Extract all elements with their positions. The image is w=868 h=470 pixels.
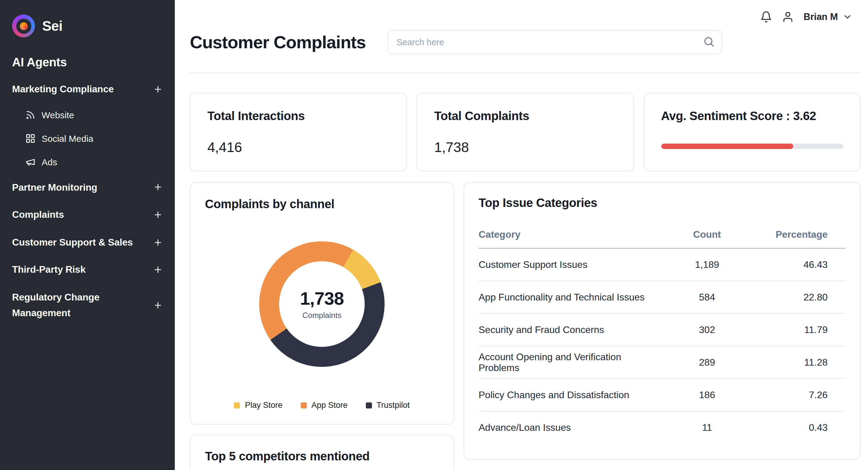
- sidebar-item-label: Third-Party Risk: [12, 262, 86, 277]
- cell-category: App Functionality and Technical Issues: [478, 292, 665, 302]
- legend-item-app-store: App Store: [301, 401, 347, 410]
- plus-icon[interactable]: [153, 265, 163, 274]
- stat-value: 4,416: [207, 139, 390, 156]
- sidebar-item-complaints[interactable]: Complaints: [12, 201, 163, 228]
- marketing-compliance-subnav: Website Social Media Ads: [12, 103, 163, 173]
- main-content: Brian M Customer Complaints Total Intera…: [175, 0, 868, 470]
- stats-row: Total Interactions 4,416 Total Complaint…: [190, 93, 861, 171]
- sidebar-item-label: Social Media: [41, 133, 93, 143]
- cell-percentage: 11.28: [749, 357, 846, 368]
- cell-category: Account Opening and Verification Problem…: [478, 351, 665, 373]
- total-interactions-card: Total Interactions 4,416: [190, 93, 407, 171]
- user-icon[interactable]: [782, 11, 794, 23]
- stat-value: 1,738: [434, 139, 617, 156]
- header-divider: [190, 72, 861, 73]
- sidebar-item-ads[interactable]: Ads: [25, 150, 163, 173]
- sidebar-item-regulatory-change-management[interactable]: Regulatory Change Management: [12, 284, 163, 326]
- left-column: Complaints by channel 1,738 Complaints: [190, 182, 454, 470]
- table-header-row: Category Count Percentage: [478, 221, 846, 248]
- stat-label: Avg. Sentiment Score : 3.62: [661, 109, 843, 123]
- donut-center-label: Complaints: [302, 311, 341, 320]
- cell-category: Policy Changes and Dissatisfaction: [478, 389, 665, 400]
- sidebar-item-label: Marketing Compliance: [12, 82, 114, 97]
- cell-percentage: 0.43: [749, 422, 846, 433]
- page-header: Customer Complaints: [190, 30, 861, 54]
- plus-icon[interactable]: [153, 300, 163, 310]
- cell-count: 1,189: [665, 259, 749, 270]
- total-complaints-card: Total Complaints 1,738: [417, 93, 634, 171]
- page-title: Customer Complaints: [190, 32, 366, 52]
- search-icon[interactable]: [703, 36, 715, 48]
- brand-name: Sei: [42, 18, 62, 34]
- plus-icon[interactable]: [153, 85, 163, 94]
- column-header-percentage: Percentage: [749, 229, 846, 240]
- table-row: Advance/Loan Issues 11 0.43: [478, 411, 846, 444]
- app-window: Sei AI Agents Marketing Compliance Websi…: [0, 0, 868, 470]
- panels-row: Complaints by channel 1,738 Complaints: [190, 182, 861, 470]
- sentiment-progress-track: [661, 144, 843, 149]
- legend-label: Trustpilot: [376, 401, 410, 410]
- sidebar-item-social-media[interactable]: Social Media: [25, 126, 163, 150]
- sidebar-item-label: Ads: [41, 156, 57, 167]
- stat-label: Total Complaints: [434, 109, 617, 123]
- search-box: [388, 30, 722, 54]
- chevron-down-icon: [843, 12, 852, 22]
- donut-legend: Play Store App Store Trustpilot: [205, 401, 439, 410]
- issue-table: Category Count Percentage Customer Suppo…: [478, 221, 846, 444]
- stat-label: Total Interactions: [207, 109, 390, 123]
- plus-icon[interactable]: [153, 210, 163, 219]
- plus-icon[interactable]: [153, 237, 163, 247]
- sidebar-item-third-party-risk[interactable]: Third-Party Risk: [12, 256, 163, 284]
- top-issue-categories-card: Top Issue Categories Category Count Perc…: [464, 182, 861, 460]
- sei-logo-icon: [12, 14, 35, 37]
- donut-center-value: 1,738: [300, 288, 344, 309]
- table-row: App Functionality and Technical Issues 5…: [478, 281, 846, 314]
- bell-icon[interactable]: [760, 11, 772, 23]
- user-menu[interactable]: Brian M: [804, 11, 852, 22]
- sidebar-item-partner-monitoring[interactable]: Partner Monitoring: [12, 173, 163, 201]
- cell-category: Security and Fraud Concerns: [478, 324, 665, 335]
- topbar: Brian M: [190, 0, 861, 23]
- cell-count: 186: [665, 389, 749, 400]
- cell-percentage: 22.80: [749, 292, 846, 302]
- cell-category: Customer Support Issues: [478, 259, 665, 270]
- legend-item-trustpilot: Trustpilot: [366, 401, 410, 410]
- donut-center: 1,738 Complaints: [279, 261, 365, 347]
- rss-icon: [25, 110, 36, 120]
- grid-icon: [25, 133, 36, 143]
- column-header-category: Category: [478, 229, 665, 240]
- legend-swatch: [301, 402, 307, 408]
- cell-category: Advance/Loan Issues: [478, 422, 665, 433]
- user-name: Brian M: [804, 11, 838, 22]
- cell-percentage: 46.43: [749, 259, 846, 270]
- legend-item-play-store: Play Store: [234, 401, 283, 410]
- sidebar-item-marketing-compliance[interactable]: Marketing Compliance: [12, 76, 163, 103]
- brand[interactable]: Sei: [12, 14, 163, 37]
- sidebar-item-label: Customer Support & Sales: [12, 235, 133, 250]
- search-input[interactable]: [388, 30, 722, 54]
- sidebar-item-customer-support-sales[interactable]: Customer Support & Sales: [12, 229, 163, 256]
- legend-label: App Store: [311, 401, 347, 410]
- donut-chart: 1,738 Complaints: [259, 241, 384, 367]
- table-row: Customer Support Issues 1,189 46.43: [478, 248, 846, 281]
- megaphone-icon: [25, 156, 36, 167]
- sidebar-item-label: Complaints: [12, 207, 64, 222]
- cell-count: 11: [665, 422, 749, 433]
- sidebar-item-label: Website: [41, 110, 74, 120]
- sidebar-section-title: AI Agents: [12, 56, 163, 69]
- sidebar-item-website[interactable]: Website: [25, 103, 163, 126]
- table-row: Policy Changes and Dissatisfaction 186 7…: [478, 379, 846, 411]
- cell-count: 302: [665, 324, 749, 335]
- sidebar-item-label: Regulatory Change Management: [12, 290, 151, 320]
- sidebar-item-label: Partner Monitoring: [12, 179, 97, 195]
- legend-swatch: [234, 402, 240, 408]
- cell-count: 289: [665, 357, 749, 368]
- avg-sentiment-card: Avg. Sentiment Score : 3.62: [644, 93, 861, 171]
- sentiment-progress-fill: [661, 144, 793, 149]
- top-competitors-card: Top 5 competitors mentioned: [190, 434, 454, 470]
- sidebar-nav: Marketing Compliance Website Social Med: [12, 76, 163, 326]
- complaints-by-channel-card: Complaints by channel 1,738 Complaints: [190, 182, 454, 425]
- legend-label: Play Store: [245, 401, 283, 410]
- plus-icon[interactable]: [153, 182, 163, 192]
- table-row: Security and Fraud Concerns 302 11.79: [478, 314, 846, 346]
